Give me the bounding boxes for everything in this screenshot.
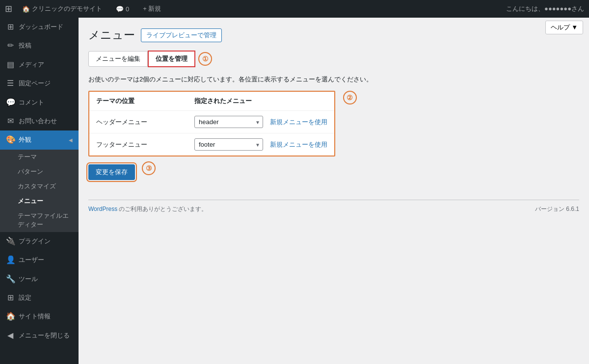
save-button[interactable]: 変更を保存 [88, 164, 135, 180]
sidebar-label-settings: 設定 [19, 293, 31, 302]
sidebar-label-site-info: サイト情報 [19, 312, 51, 321]
locations-table: テーマの位置 指定されたメニュー ヘッダーメニュー header [89, 92, 334, 156]
adminbar-comment-count: 0 [126, 5, 129, 13]
adminbar-new[interactable]: + 新規 [139, 0, 165, 18]
sidebar-item-customize[interactable]: カスタマイズ [0, 179, 79, 194]
sidebar-label-pages: 固定ページ [19, 79, 51, 88]
tab-edit-menu[interactable]: メニューを編集 [88, 51, 148, 67]
sidebar-label-contact: お問い合わせ [19, 117, 57, 126]
description-text: お使いのテーマは2個のメニューに対応しています。各位置に表示するメニューを選んで… [88, 75, 579, 84]
patterns-label: パターン [18, 167, 43, 176]
adminbar-greeting: こんにちは、 [506, 4, 544, 13]
sidebar-item-close-menu[interactable]: ◀ メニューを閉じる [0, 326, 79, 345]
footer-menu-select-wrap: header footer ▼ [194, 138, 263, 151]
live-preview-button[interactable]: ライブプレビューで管理 [141, 28, 222, 42]
menus-label: メニュー [18, 197, 43, 206]
help-wrap: ヘルプ ▼ [545, 21, 583, 34]
sidebar-item-contact[interactable]: ✉ お問い合わせ [0, 112, 79, 130]
footer-credit: WordPress のご利用ありがとうございます。 [88, 205, 207, 213]
adminbar-username: ●●●●●●●さん [544, 4, 584, 13]
customize-label: カスタマイズ [18, 182, 56, 191]
site-info-icon: 🏠 [6, 311, 15, 322]
appearance-submenu: テーマ パターン カスタマイズ メニュー テーマファイルエディター [0, 150, 79, 232]
sidebar-item-tools[interactable]: 🔧 ツール [0, 270, 79, 288]
sidebar-item-theme-editor[interactable]: テーマファイルエディター [0, 208, 79, 232]
locations-table-wrap: テーマの位置 指定されたメニュー ヘッダーメニュー header [88, 91, 335, 156]
media-icon: ▤ [6, 59, 15, 70]
table-section: テーマの位置 指定されたメニュー ヘッダーメニュー header [88, 91, 579, 156]
sidebar-label-comments: コメント [19, 98, 44, 107]
plugins-icon: 🔌 [6, 236, 15, 247]
save-section: 変更を保存 ③ [88, 156, 579, 180]
sidebar-label-users: ユーザー [19, 256, 44, 264]
header-new-menu-link[interactable]: 新規メニューを使用 [270, 118, 327, 126]
admin-bar: ⊞ 🏠 クリニックのデモサイト 💬 0 + 新規 こんにちは、 ●●●●●●●さ… [0, 0, 589, 18]
footer-menu-select[interactable]: header footer [194, 138, 263, 151]
adminbar-home-icon: 🏠 [22, 5, 30, 13]
sidebar-item-menus[interactable]: メニュー [0, 194, 79, 208]
sidebar-label-close-menu: メニューを閉じる [19, 331, 70, 340]
contact-icon: ✉ [6, 116, 15, 127]
comments-icon: 💬 [6, 97, 15, 108]
tabs-row: メニューを編集 位置を管理 ① [88, 51, 579, 67]
sidebar-item-dashboard[interactable]: ⊞ ダッシュボード [0, 18, 79, 36]
sidebar-label-media: メディア [19, 60, 44, 69]
posts-icon: ✏ [6, 40, 15, 51]
sidebar-item-media[interactable]: ▤ メディア [0, 55, 79, 74]
wp-logo[interactable]: ⊞ [5, 3, 12, 14]
sidebar-label-plugins: プラグイン [19, 237, 51, 246]
header-menu-select[interactable]: header footer [194, 116, 263, 128]
themes-label: テーマ [18, 153, 37, 161]
adminbar-new-label: + 新規 [143, 4, 161, 13]
tab-number-badge: ① [198, 52, 212, 66]
sidebar-item-plugins[interactable]: 🔌 プラグイン [0, 232, 79, 251]
location-header-controls: header footer ▼ 新規メニューを使用 [187, 111, 334, 133]
location-footer-controls: header footer ▼ 新規メニューを使用 [187, 133, 334, 156]
sidebar-item-posts[interactable]: ✏ 投稿 [0, 36, 79, 55]
dashboard-icon: ⊞ [6, 22, 15, 32]
location-footer-label: フッターメニュー [89, 133, 187, 156]
table-number-badge: ② [343, 91, 357, 104]
adminbar-site[interactable]: 🏠 クリニックのデモサイト [18, 0, 106, 18]
tools-icon: 🔧 [6, 274, 15, 285]
sidebar-item-site-info[interactable]: 🏠 サイト情報 [0, 307, 79, 326]
save-number-badge: ③ [142, 161, 156, 175]
footer-credit-suffix: のご利用ありがとうございます。 [119, 206, 207, 212]
sidebar: ⊞ ダッシュボード ✏ 投稿 ▤ メディア ☰ 固定ページ 💬 コメント ✉ お… [0, 18, 79, 364]
sidebar-label-tools: ツール [19, 275, 38, 284]
footer-new-menu-link[interactable]: 新規メニューを使用 [270, 141, 327, 148]
help-button[interactable]: ヘルプ ▼ [545, 21, 583, 34]
close-menu-icon: ◀ [6, 330, 15, 341]
header-menu-select-wrap: header footer ▼ [194, 116, 263, 128]
adminbar-site-name: クリニックのデモサイト [32, 4, 102, 13]
sidebar-item-themes[interactable]: テーマ [0, 150, 79, 164]
col-menu: 指定されたメニュー [187, 92, 334, 111]
users-icon: 👤 [6, 255, 15, 265]
sidebar-label-appearance: 外観 [19, 135, 31, 144]
sidebar-item-pages[interactable]: ☰ 固定ページ [0, 74, 79, 93]
location-header-label: ヘッダーメニュー [89, 111, 187, 133]
sidebar-label-dashboard: ダッシュボード [19, 23, 63, 31]
theme-editor-label: テーマファイルエディター [18, 211, 73, 229]
col-location: テーマの位置 [89, 92, 187, 111]
appearance-arrow: ◀ [69, 137, 73, 144]
settings-icon: ⊞ [6, 292, 15, 303]
sidebar-item-appearance[interactable]: 🎨 外観 ◀ [0, 130, 79, 149]
sidebar-item-patterns[interactable]: パターン [0, 164, 79, 179]
sidebar-item-users[interactable]: 👤 ユーザー [0, 251, 79, 269]
tab-manage-locations[interactable]: 位置を管理 [148, 51, 195, 67]
main-content: メニュー ライブプレビューで管理 メニューを編集 位置を管理 ① お使いのテーマ… [79, 18, 589, 364]
sidebar-label-posts: 投稿 [19, 41, 31, 50]
table-row: フッターメニュー header footer ▼ 新規メニューを使用 [89, 133, 334, 156]
adminbar-comment-icon: 💬 [116, 5, 124, 13]
adminbar-comments[interactable]: 💬 0 [112, 0, 133, 18]
footer-wp-link[interactable]: WordPress [88, 206, 117, 212]
adminbar-user: こんにちは、 ●●●●●●●さん [506, 4, 584, 13]
sidebar-item-settings[interactable]: ⊞ 設定 [0, 288, 79, 307]
sidebar-item-comments[interactable]: 💬 コメント [0, 93, 79, 112]
appearance-icon: 🎨 [6, 134, 15, 145]
wp-layout: ⊞ ダッシュボード ✏ 投稿 ▤ メディア ☰ 固定ページ 💬 コメント ✉ お… [0, 18, 589, 364]
pages-icon: ☰ [6, 78, 15, 89]
wp-footer: WordPress のご利用ありがとうございます。 バージョン 6.6.1 [88, 200, 579, 213]
page-title: メニュー [88, 27, 135, 43]
